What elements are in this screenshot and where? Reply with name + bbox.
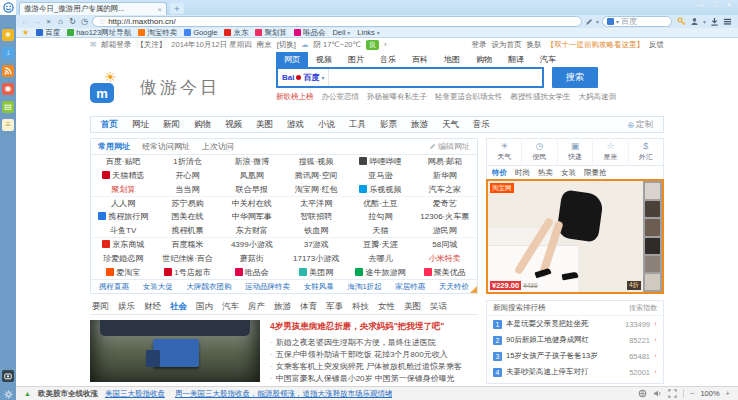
quick-search-box[interactable]: ▾ 百度 (602, 16, 672, 27)
ad-thumbnail[interactable] (645, 183, 660, 199)
new-tab-button[interactable]: + (170, 3, 184, 14)
site-link-cell[interactable]: 美团网 (284, 265, 348, 279)
close-tab-icon[interactable]: × (157, 5, 162, 14)
site-link[interactable]: 17173小游戏 (293, 254, 339, 263)
search-tab-地图[interactable]: 地图 (436, 52, 468, 67)
search-tab-翻译[interactable]: 翻译 (500, 52, 532, 67)
site-link[interactable]: 爱奇艺 (433, 199, 457, 208)
search-tab-图片[interactable]: 图片 (340, 52, 372, 67)
site-link[interactable]: 百度·贴吧 (106, 157, 141, 166)
ticker-news-link[interactable]: 周一美国三大股指收盘，能源股领涨，道指大涨释放市场乐观情绪 (175, 389, 393, 399)
site-link-cell[interactable]: 东方财富 (220, 224, 284, 238)
site-link[interactable]: 新浪·微博 (234, 157, 269, 166)
portal-tab-美图[interactable]: 美图 (256, 119, 273, 131)
headline-item[interactable]: ·新婚之夜老婆因生理期不方便，最终住进医院 (270, 337, 478, 349)
history-icon[interactable]: ◷ (80, 17, 89, 26)
site-link-cell[interactable]: 当当网 (155, 183, 219, 197)
search-button[interactable]: 搜索 (552, 67, 598, 88)
site-link-cell[interactable]: 凤凰网 (220, 169, 284, 183)
site-link-cell[interactable]: 去哪儿 (348, 251, 412, 265)
portal-tab-购物[interactable]: 购物 (194, 119, 211, 131)
site-link-cell[interactable]: 中关村在线 (220, 196, 284, 210)
bookmark-item[interactable]: hao123网址导航 (67, 28, 131, 38)
news-tab-美图[interactable]: 美图 (404, 301, 421, 313)
portal-tab-天气[interactable]: 天气 (442, 119, 459, 131)
ad-thumbnail-strip[interactable] (643, 181, 662, 292)
set-home-link[interactable]: 设为首页 (492, 40, 522, 50)
forward-icon[interactable]: → (32, 17, 41, 26)
site-link[interactable]: 小米特卖 (429, 254, 461, 263)
bookmark-item[interactable]: Google (184, 28, 217, 37)
site-link-cell[interactable]: 1号店超市 (155, 265, 219, 279)
page-mode-icon[interactable] (638, 389, 647, 398)
customize-link[interactable]: ⊕ 定制 (627, 119, 653, 131)
site-link-cell[interactable]: 爱淘宝 (91, 265, 155, 279)
site-link-cell[interactable]: 途牛旅游网 (348, 265, 412, 279)
site-link-cell[interactable]: 百度糯米 (155, 238, 219, 252)
site-link[interactable]: 铁血网 (304, 226, 328, 235)
speaker-icon[interactable] (653, 389, 662, 398)
site-link-cell[interactable]: 游民网 (413, 224, 477, 238)
portal-tab-小说[interactable]: 小说 (318, 119, 335, 131)
portal-tab-首页[interactable]: 首页 (101, 119, 118, 131)
ranking-item[interactable]: 290后新娘工地健身成网红85221↑ (487, 332, 663, 348)
site-link[interactable]: 淘宝网·红包 (295, 185, 338, 194)
site-link-cell[interactable]: 京东商城 (91, 238, 155, 252)
site-link[interactable]: 腾讯网·空间 (295, 171, 338, 180)
site-link-cell[interactable]: 珍爱婚恋网 (91, 251, 155, 265)
headline-item[interactable]: ·中国富豪私人保镖最小20岁 中国第一保镖身价曝光 (270, 373, 478, 385)
news-tab-房产[interactable]: 房产 (248, 301, 265, 313)
site-link[interactable]: 1号店超市 (174, 268, 210, 277)
site-link[interactable]: 拉勾网 (368, 212, 392, 221)
news-tab-旅游[interactable]: 旅游 (274, 301, 291, 313)
site-link[interactable]: 天猫精选 (112, 171, 144, 180)
site-link[interactable]: 途牛旅游网 (365, 268, 405, 277)
toolbar-dropdown-icon[interactable]: ▾ (703, 18, 706, 25)
site-link[interactable]: 苏宁易购 (171, 199, 203, 208)
refresh-icon[interactable]: ↻ (68, 17, 77, 26)
portal-tab-网址[interactable]: 网址 (132, 119, 149, 131)
site-link[interactable]: 开心网 (175, 171, 199, 180)
shopping-tab-时尚[interactable]: 时尚 (515, 168, 530, 178)
maximize-button[interactable]: □ (710, 1, 720, 8)
site-link[interactable]: 网易·邮箱 (427, 157, 462, 166)
portal-tab-视频[interactable]: 视频 (225, 119, 242, 131)
site-link[interactable]: 当当网 (175, 185, 199, 194)
sites-tab[interactable]: 常用网址 (98, 141, 130, 152)
site-link[interactable]: 唯品会 (245, 268, 269, 277)
site-link[interactable]: 1折清仓 (173, 157, 201, 166)
bookmark-item[interactable]: 京东 (224, 28, 248, 38)
site-link[interactable]: 联合早报 (236, 185, 268, 194)
news-tab-要闻[interactable]: 要闻 (92, 301, 109, 313)
main-menu-icon[interactable] (723, 17, 732, 26)
ad-thumbnail[interactable] (645, 201, 660, 217)
weibo-icon[interactable]: ◉ (2, 83, 14, 95)
reader-icon[interactable]: ▤ (2, 101, 14, 113)
site-link-cell[interactable]: 37游戏 (284, 238, 348, 252)
portal-tab-音乐[interactable]: 音乐 (473, 119, 490, 131)
incognito-user-icon[interactable] (690, 17, 699, 26)
site-link-cell[interactable]: 国美在线 (155, 210, 219, 224)
site-link-cell[interactable]: 搜狐·视频 (284, 155, 348, 169)
back-icon[interactable]: ← (20, 17, 29, 26)
site-link-cell[interactable]: 太平洋网 (284, 196, 348, 210)
site-link[interactable]: 蘑菇街 (240, 254, 264, 263)
portal-tab-工具[interactable]: 工具 (349, 119, 366, 131)
feedback-link[interactable]: 反馈 (649, 40, 664, 50)
hotword-link[interactable]: 孙杨被曝有私生子 (367, 92, 427, 102)
ad-thumbnail[interactable] (645, 219, 660, 235)
site-link[interactable]: 聚美优品 (434, 268, 466, 277)
weather-more-icon[interactable]: › (384, 40, 387, 49)
site-link[interactable]: 百度糯米 (171, 240, 203, 249)
site-link[interactable]: 凤凰网 (240, 171, 264, 180)
search-box[interactable]: Bai 百度 ▾ (276, 67, 544, 88)
download-manager-icon[interactable] (710, 17, 719, 26)
pen-note-icon[interactable] (585, 18, 593, 26)
site-link-cell[interactable]: 中华网军事 (220, 210, 284, 224)
ticker-news-link[interactable]: 美国三大股指收盘 (105, 389, 165, 399)
site-link[interactable]: 天猫 (372, 226, 388, 235)
site-link-cell[interactable]: 天猫精选 (91, 169, 155, 183)
edit-sites-link[interactable]: 编辑网址 (429, 141, 470, 152)
screenshot-icon[interactable] (2, 370, 14, 382)
site-link[interactable]: 美团网 (309, 268, 333, 277)
